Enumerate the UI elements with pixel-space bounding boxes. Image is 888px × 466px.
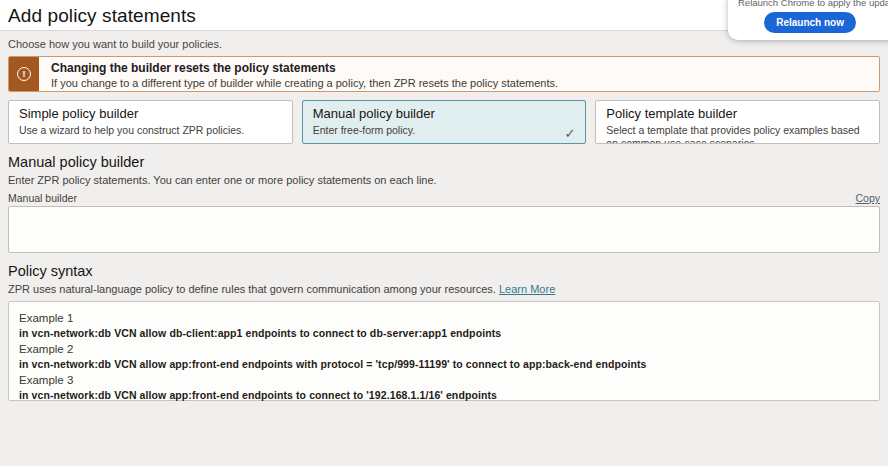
example-statement: in vcn-network:db VCN allow app:front-en… <box>19 358 869 370</box>
manual-builder-label: Manual builder <box>8 192 77 204</box>
manual-builder-field-row: Manual builder Copy <box>8 192 880 204</box>
syntax-description-text: ZPR uses natural-language policy to defi… <box>8 283 496 295</box>
policy-examples-panel: Example 1 in vcn-network:db VCN allow db… <box>8 301 880 401</box>
builder-card-manual[interactable]: Manual policy builder Enter free-form po… <box>302 100 587 144</box>
warning-banner-body: If you change to a different type of bui… <box>51 77 558 89</box>
learn-more-link[interactable]: Learn More <box>499 283 555 295</box>
card-title: Manual policy builder <box>313 106 576 121</box>
relaunch-now-button[interactable]: Relaunch now <box>764 12 856 33</box>
page-content: Choose how you want to build your polici… <box>0 31 888 401</box>
example-statement: in vcn-network:db VCN allow db-client:ap… <box>19 327 869 339</box>
alert-circle-icon: ! <box>17 67 31 81</box>
manual-builder-textarea[interactable] <box>8 206 880 253</box>
card-title: Simple policy builder <box>19 106 282 121</box>
relaunch-toast-message: Relaunch Chrome to apply the update <box>738 0 888 8</box>
warning-banner: ! Changing the builder resets the policy… <box>8 56 880 92</box>
warning-banner-accent: ! <box>9 57 39 91</box>
card-description: Enter free-form policy. <box>313 124 576 137</box>
card-title: Policy template builder <box>606 106 869 121</box>
builder-card-template[interactable]: Policy template builder Select a templat… <box>595 100 880 144</box>
relaunch-toast: Relaunch Chrome to apply the update Rela… <box>728 0 888 40</box>
example-statement: in vcn-network:db VCN allow app:front-en… <box>19 389 869 401</box>
manual-section-description: Enter ZPR policy statements. You can ent… <box>8 174 880 186</box>
example-label: Example 1 <box>19 312 869 324</box>
add-policy-statements-page: Add policy statements Choose how you wan… <box>0 0 888 466</box>
warning-banner-title: Changing the builder resets the policy s… <box>51 61 558 75</box>
card-description: Select a template that provides policy e… <box>606 124 869 144</box>
checkmark-icon: ✓ <box>564 126 575 141</box>
card-description: Use a wizard to help you construct ZPR p… <box>19 124 282 137</box>
syntax-section-description: ZPR uses natural-language policy to defi… <box>8 283 880 295</box>
builder-card-simple[interactable]: Simple policy builder Use a wizard to he… <box>8 100 293 144</box>
builder-card-row: Simple policy builder Use a wizard to he… <box>8 100 880 144</box>
warning-banner-text: Changing the builder resets the policy s… <box>39 57 568 91</box>
syntax-section-heading: Policy syntax <box>8 263 880 279</box>
manual-section-heading: Manual policy builder <box>8 154 880 170</box>
copy-link[interactable]: Copy <box>855 192 880 204</box>
example-label: Example 2 <box>19 343 869 355</box>
example-label: Example 3 <box>19 374 869 386</box>
